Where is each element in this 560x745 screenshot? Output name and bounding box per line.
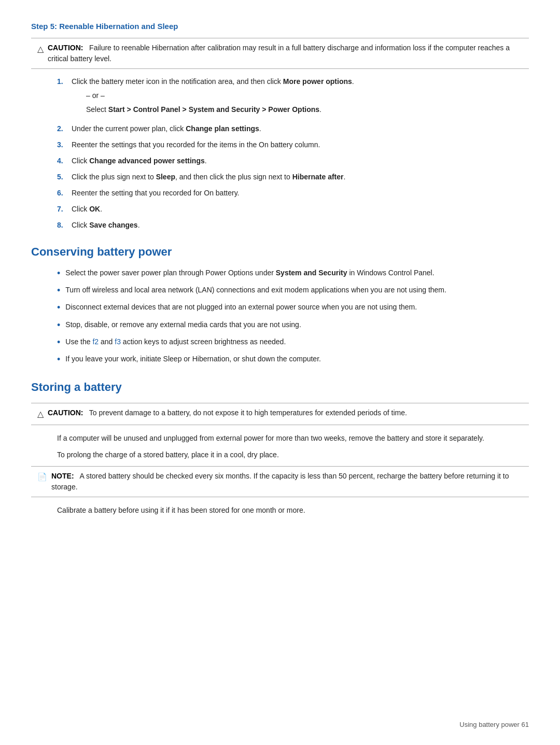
step-num-3: 3. <box>57 139 72 150</box>
bullet-text-1: Select the power saver power plan throug… <box>65 268 434 278</box>
storing-note-box: 📄 NOTE: A stored battery should be check… <box>31 466 529 497</box>
step5-title: Step 5: Reenable Hibernation and Sleep <box>31 21 529 33</box>
step-item-8: 8. Click Save changes. <box>57 220 529 231</box>
bullet-text-4: Stop, disable, or remove any external me… <box>65 319 301 330</box>
bullet-text-3: Disconnect external devices that are not… <box>65 302 417 313</box>
step-item-5: 5. Click the plus sign next to Sleep, an… <box>57 172 529 182</box>
note-label: NOTE: <box>51 472 74 480</box>
step-num-6: 6. <box>57 188 72 199</box>
caution-label: CAUTION: <box>48 44 83 52</box>
step-num-7: 7. <box>57 204 72 215</box>
step-content-2: Under the current power plan, click Chan… <box>72 123 529 134</box>
step-content-6: Reenter the setting that you recorded fo… <box>72 188 529 199</box>
step-item-7: 7. Click OK. <box>57 204 529 215</box>
step-content-5: Click the plus sign next to Sleep, and t… <box>72 172 529 182</box>
step-item-1: 1. Click the battery meter icon in the n… <box>57 76 529 118</box>
step-num-1: 1. <box>57 76 72 87</box>
step-num-8: 8. <box>57 220 72 231</box>
step-num-4: 4. <box>57 156 72 166</box>
f3-link[interactable]: f3 <box>115 338 121 346</box>
step-content-4: Click Change advanced power settings. <box>72 156 529 166</box>
note-page-icon: 📄 <box>37 471 47 483</box>
conserving-bullets: • Select the power saver power plan thro… <box>57 268 529 366</box>
storing-para2: To prolong the charge of a stored batter… <box>57 449 529 460</box>
bullet-icon-4: • <box>57 319 60 331</box>
step-content-8: Click Save changes. <box>72 220 529 231</box>
step5-steps: 1. Click the battery meter icon in the n… <box>57 76 529 231</box>
bullet-icon-3: • <box>57 302 60 314</box>
caution-triangle-icon: △ <box>37 43 44 55</box>
storing-para3: Calibrate a battery before using it if i… <box>57 504 529 516</box>
bullet-text-5: Use the f2 and f3 action keys to adjust … <box>65 336 286 347</box>
bullet-item-1: • Select the power saver power plan thro… <box>57 268 529 279</box>
select-line: Select Start > Control Panel > System an… <box>86 104 529 115</box>
bullet-item-5: • Use the f2 and f3 action keys to adjus… <box>57 336 529 348</box>
bullet-item-4: • Stop, disable, or remove any external … <box>57 319 529 331</box>
step-num-5: 5. <box>57 172 72 182</box>
step5-caution-box: △ CAUTION: Failure to reenable Hibernati… <box>31 38 529 69</box>
conserving-title: Conserving battery power <box>31 243 529 260</box>
storing-title: Storing a battery <box>31 378 529 396</box>
storing-note-text: NOTE: A stored battery should be checked… <box>51 471 523 493</box>
bullet-text-6: If you leave your work, initiate Sleep o… <box>65 354 321 364</box>
step-num-2: 2. <box>57 123 72 134</box>
storing-caution-box: △ CAUTION: To prevent damage to a batter… <box>31 403 529 425</box>
step-item-4: 4. Click Change advanced power settings. <box>57 156 529 166</box>
step-item-3: 3. Reenter the settings that you recorde… <box>57 139 529 150</box>
step-content-7: Click OK. <box>72 204 529 215</box>
step-content-3: Reenter the settings that you recorded f… <box>72 139 529 150</box>
step5-caution-text: CAUTION: Failure to reenable Hibernation… <box>48 43 523 64</box>
step-item-2: 2. Under the current power plan, click C… <box>57 123 529 134</box>
step-content-1: Click the battery meter icon in the noti… <box>72 76 529 118</box>
bullet-icon-2: • <box>57 285 60 297</box>
bullet-icon-6: • <box>57 354 60 366</box>
bullet-item-2: • Turn off wireless and local area netwo… <box>57 285 529 297</box>
bullet-text-2: Turn off wireless and local area network… <box>65 285 446 296</box>
bullet-icon-1: • <box>57 268 60 279</box>
storing-para1: If a computer will be unused and unplugg… <box>57 432 529 444</box>
storing-caution-triangle-icon: △ <box>37 408 44 420</box>
f2-link[interactable]: f2 <box>92 338 99 346</box>
bullet-icon-5: • <box>57 336 60 348</box>
storing-caution-text: CAUTION: To prevent damage to a battery,… <box>48 407 407 418</box>
storing-caution-label: CAUTION: <box>48 409 83 417</box>
step-item-6: 6. Reenter the setting that you recorded… <box>57 188 529 199</box>
bullet-item-6: • If you leave your work, initiate Sleep… <box>57 354 529 366</box>
bullet-item-3: • Disconnect external devices that are n… <box>57 302 529 314</box>
or-line: – or – <box>86 90 529 101</box>
page-footer: Using battery power 61 <box>459 720 529 730</box>
